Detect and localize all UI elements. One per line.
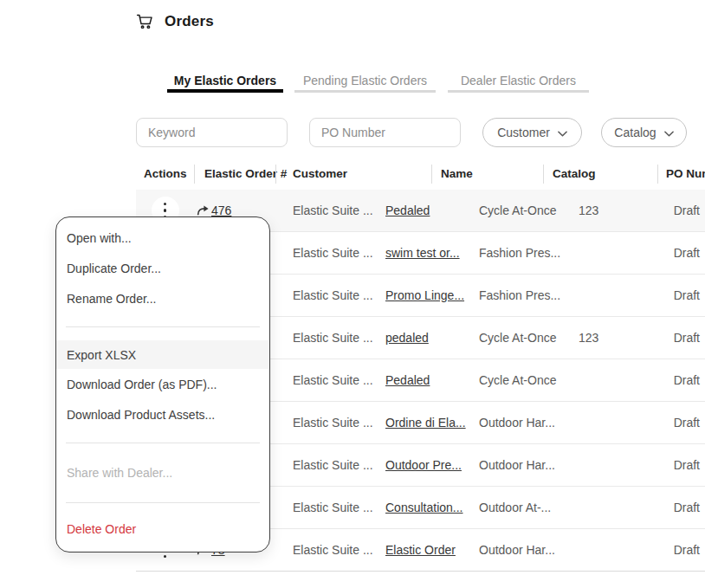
customer-cell: Elastic Suite ...: [275, 288, 375, 302]
tab-my-elastic-orders[interactable]: My Elastic Orders: [167, 73, 283, 93]
customer-cell: Elastic Suite ...: [275, 458, 375, 472]
column-header-customer: Customer: [275, 165, 431, 184]
open-order-arrow-icon: [197, 205, 210, 216]
customer-cell: Elastic Suite ...: [275, 373, 375, 387]
column-header-elastic-order: Elastic Order #: [194, 165, 275, 184]
customer-filter-label: Customer: [497, 126, 550, 139]
keyword-input[interactable]: [136, 118, 288, 147]
menu-item-open-with[interactable]: Open with...: [56, 223, 269, 253]
customer-cell: Elastic Suite ...: [275, 543, 375, 557]
customer-cell: Elastic Suite ...: [275, 416, 375, 430]
menu-item-duplicate-order[interactable]: Duplicate Order...: [56, 253, 269, 283]
page-title: Orders: [165, 13, 214, 30]
order-name-link[interactable]: pedaled: [385, 331, 429, 345]
catalog-cell: Cycle At-Once: [470, 373, 570, 387]
column-header-actions: Actions: [136, 165, 194, 184]
status-cell: Draft: [639, 416, 705, 430]
catalog-filter-label: Catalog: [614, 126, 656, 139]
menu-item-export-xlsx[interactable]: Export XLSX: [56, 340, 269, 369]
order-number: 476: [211, 204, 231, 217]
catalog-cell: Outdoor At-...: [470, 501, 570, 514]
customer-filter-dropdown[interactable]: Customer: [482, 118, 582, 147]
menu-item-share-with-dealer: Share with Dealer...: [56, 457, 269, 488]
customer-cell: Elastic Suite ...: [275, 501, 375, 514]
column-header-catalog: Catalog: [543, 165, 657, 184]
customer-cell: Elastic Suite ...: [275, 331, 375, 345]
status-cell: Draft: [639, 501, 705, 514]
status-cell: Draft: [639, 458, 705, 472]
catalog-filter-dropdown[interactable]: Catalog: [601, 118, 687, 147]
tab-dealer-elastic-orders[interactable]: Dealer Elastic Orders: [448, 73, 589, 93]
catalog-cell: Cycle At-Once: [470, 331, 570, 345]
customer-cell: Elastic Suite ...: [275, 204, 375, 217]
page-header: Orders: [135, 12, 214, 30]
filter-bar: Customer Catalog: [136, 118, 705, 147]
catalog-cell: Outdoor Har...: [470, 543, 570, 557]
table-header-row: Actions Elastic Order # Customer Name Ca…: [136, 158, 705, 190]
menu-item-download-order-as-pdf[interactable]: Download Order (as PDF)...: [56, 369, 269, 399]
order-name-link[interactable]: Elastic Order: [385, 543, 456, 557]
catalog-cell: Fashion Pres...: [470, 246, 570, 260]
order-name-link[interactable]: Pedaled: [385, 204, 430, 217]
chevron-down-icon: [664, 129, 674, 137]
tab-label: My Elastic Orders: [167, 73, 283, 88]
catalog-id-cell: 123: [570, 331, 639, 345]
column-header-po-number: PO Number: [657, 165, 705, 184]
po-number-input[interactable]: [309, 118, 461, 147]
tab-label: Pending Elastic Orders: [294, 73, 436, 88]
catalog-cell: Outdoor Har...: [470, 416, 570, 430]
status-cell: Draft: [639, 204, 705, 217]
status-cell: Draft: [639, 246, 705, 260]
menu-item-rename-order[interactable]: Rename Order...: [56, 283, 269, 313]
chevron-down-icon: [558, 129, 567, 137]
cart-icon: [135, 12, 153, 30]
customer-cell: Elastic Suite ...: [275, 246, 375, 260]
tab-label: Dealer Elastic Orders: [448, 73, 589, 88]
status-cell: Draft: [639, 288, 705, 302]
order-name-link[interactable]: Ordine di Ela...: [385, 416, 466, 430]
status-cell: Draft: [639, 331, 705, 345]
status-cell: Draft: [639, 373, 705, 387]
status-cell: Draft: [639, 543, 705, 557]
catalog-cell: Outdoor Har...: [470, 458, 570, 472]
menu-divider: [66, 443, 260, 443]
menu-divider: [66, 326, 260, 327]
menu-item-download-product-assets[interactable]: Download Product Assets...: [56, 399, 269, 430]
column-header-name: Name: [431, 165, 543, 184]
menu-item-delete-order[interactable]: Delete Order: [56, 514, 269, 544]
catalog-cell: Cycle At-Once: [470, 204, 570, 217]
row-context-menu: Open with...Duplicate Order...Rename Ord…: [55, 216, 270, 552]
catalog-id-cell: 123: [570, 204, 639, 217]
order-name-link[interactable]: Consultation...: [385, 501, 463, 514]
order-name-link[interactable]: swim test or...: [385, 246, 460, 260]
catalog-cell: Fashion Pres...: [470, 288, 570, 302]
order-name-link[interactable]: Pedaled: [385, 373, 430, 387]
order-name-link[interactable]: Outdoor Pre...: [385, 458, 462, 472]
order-name-link[interactable]: Promo Linge...: [385, 288, 464, 302]
tab-pending-elastic-orders[interactable]: Pending Elastic Orders: [294, 73, 436, 93]
menu-divider: [66, 502, 260, 503]
order-number-link[interactable]: 476: [197, 204, 231, 217]
